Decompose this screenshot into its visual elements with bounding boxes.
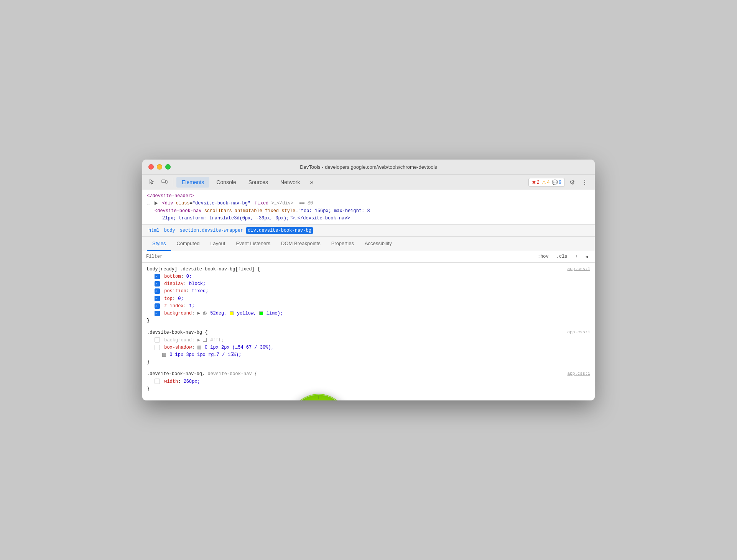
tab-console[interactable]: Console [211, 177, 241, 188]
css-rule-1-selector: body[ready] .devsite-book-nav-bg[fixed] … [147, 266, 590, 273]
breadcrumb-body[interactable]: body [163, 227, 177, 234]
svg-rect-1 [166, 181, 167, 183]
tab-layout[interactable]: Layout [205, 237, 230, 251]
css-prop-position: position: fixed; [155, 288, 590, 295]
css-rule-3-file[interactable]: app.css:1 [568, 371, 590, 377]
hov-button[interactable]: :hov [535, 253, 551, 260]
tab-event-listeners[interactable]: Event Listeners [230, 237, 276, 251]
dom-scrollbars-attr: scrollbars animatable fixed [204, 208, 282, 214]
css-scroll-container: app.css:1 body[ready] .devsite-book-nav-… [142, 263, 595, 400]
minimize-button[interactable] [157, 164, 162, 170]
filter-input[interactable] [146, 254, 532, 259]
css-rule-2-props: background: ▶ #fff; box-shadow: 0 1px 2p… [155, 337, 590, 359]
css-check-position[interactable] [155, 288, 160, 294]
info-icon: 💬 [552, 180, 558, 185]
css-prop-box-shadow: box-shadow: 0 1px 2px (…54 67 / 30%), [155, 344, 590, 351]
dom-line-2[interactable]: … <div class="devsite-book-nav-bg" fixed… [147, 200, 590, 207]
more-tabs-button[interactable]: » [307, 177, 316, 187]
dom-style-val: "top: 156px; max-height: 8 [298, 208, 370, 214]
cls-button[interactable]: .cls [554, 253, 570, 260]
dom-devsite-nav-tag: <devsite-book-nav [155, 208, 204, 214]
dom-dots: … [147, 201, 150, 206]
css-rule-2-close: } [147, 359, 590, 366]
css-check-box-shadow[interactable] [155, 345, 160, 350]
dom-line-1: </devsite-header> [147, 193, 590, 200]
css-rule-1: app.css:1 body[ready] .devsite-book-nav-… [147, 266, 590, 325]
window-title: DevTools - developers.google.com/web/too… [300, 164, 437, 170]
error-icon: ✖ [532, 180, 536, 185]
dom-line-4: 21px; transform: translate3d(0px, -39px,… [147, 215, 590, 222]
pointer-tool-button[interactable] [147, 177, 158, 188]
title-bar: DevTools - developers.google.com/web/too… [142, 160, 595, 175]
css-check-display[interactable] [155, 281, 160, 287]
breadcrumb-html[interactable]: html [147, 227, 161, 234]
tab-accessibility[interactable]: Accessibility [359, 237, 397, 251]
add-rule-button[interactable]: + [572, 253, 581, 260]
filter-actions: :hov .cls + ◀ [535, 253, 591, 261]
more-options-button[interactable]: ⋮ [579, 177, 590, 188]
fff-swatch [203, 338, 207, 342]
settings-button[interactable]: ⚙ [567, 177, 577, 188]
breadcrumb-section[interactable]: section.devsite-wrapper [178, 227, 245, 234]
css-check-top[interactable] [155, 296, 160, 301]
css-rule-2-file[interactable]: app.css:1 [568, 329, 590, 336]
prop-val-width: 268px; [184, 379, 200, 384]
device-icon [161, 179, 168, 185]
warn-icon: ⚠ [542, 180, 546, 185]
breadcrumb-div-active[interactable]: div.devsite-book-nav-bg [246, 227, 313, 234]
css-prop-bg-fff: background: ▶ #fff; [155, 337, 590, 344]
css-check-bg-fff[interactable] [155, 337, 160, 343]
lime-swatch [259, 311, 263, 315]
prop-val-box-shadow-2: 0 1px 3px 1px rg…7 / 15%); [169, 352, 241, 357]
css-rule-1-props: bottom: 0; display: block; position: fix… [155, 273, 590, 317]
css-rule-3-close: } [147, 385, 590, 393]
css-rule-3-selector: .devsite-book-nav-bg, devsite-book-nav { [147, 371, 590, 378]
selector-text-3c: { [255, 371, 257, 377]
gradient-expand-arrow[interactable]: ▶ [197, 311, 203, 316]
pointer-icon [149, 179, 155, 185]
css-check-zindex[interactable] [155, 303, 160, 309]
tab-network[interactable]: Network [275, 177, 305, 188]
css-check-width[interactable] [155, 379, 160, 384]
device-toggle-button[interactable] [159, 177, 170, 188]
svg-rect-0 [162, 180, 165, 183]
dom-div-tag: <div [162, 201, 176, 206]
toolbar-right: ✖ 2 ⚠ 4 💬 9 ⚙ ⋮ [528, 177, 590, 188]
selector-text-1: body[ready] .devsite-book-nav-bg[fixed] … [147, 267, 260, 272]
dom-line-3[interactable]: <devsite-book-nav scrollbars animatable … [147, 208, 590, 215]
dom-expand-arrow[interactable] [155, 201, 158, 205]
css-rule-2: app.css:1 .devsite-book-nav-bg { backgro… [147, 329, 590, 366]
css-check-bottom[interactable] [155, 274, 160, 279]
css-rule-1-file[interactable]: app.css:1 [568, 266, 590, 273]
tab-sources[interactable]: Sources [243, 177, 273, 188]
filter-bar: :hov .cls + ◀ [142, 251, 595, 263]
tab-properties[interactable]: Properties [326, 237, 359, 251]
info-count: 9 [559, 180, 561, 185]
gradient-icon [203, 311, 207, 315]
css-prop-box-shadow-cont: 0 1px 3px 1px rg…7 / 15%); [162, 351, 590, 359]
prop-val-display: block; [189, 281, 206, 287]
dom-style-cont: 21px; transform: translate3d(0px, -39px,… [162, 216, 350, 221]
prop-val-lime: lime); [267, 311, 283, 316]
toggle-sidebar-button[interactable]: ◀ [583, 253, 591, 261]
maximize-button[interactable] [165, 164, 171, 170]
tab-dom-breakpoints[interactable]: DOM Breakpoints [276, 237, 326, 251]
panel-tabs: Styles Computed Layout Event Listeners D… [142, 237, 595, 251]
prop-val-top: 0; [178, 296, 183, 301]
css-panel: :hov .cls + ◀ app.css:1 body[ready] .dev… [142, 251, 595, 400]
devtools-window: DevTools - developers.google.com/web/too… [142, 160, 595, 400]
tab-elements[interactable]: Elements [176, 177, 209, 188]
close-button[interactable] [148, 164, 154, 170]
selector-text-2: .devsite-book-nav-bg { [147, 330, 207, 335]
tab-computed[interactable]: Computed [171, 237, 205, 251]
css-rule-2-selector: .devsite-book-nav-bg { [147, 329, 590, 336]
toolbar-divider [173, 178, 173, 186]
tab-styles[interactable]: Styles [147, 237, 171, 251]
dom-fixed-attr: fixed [255, 201, 268, 206]
css-check-background[interactable] [155, 311, 160, 316]
dom-inspector: </devsite-header> … <div class="devsite-… [142, 190, 595, 225]
error-badge-group[interactable]: ✖ 2 ⚠ 4 💬 9 [528, 178, 565, 187]
css-rule-3-props: width: 268px; [155, 378, 590, 385]
prop-name-zindex: z-index [164, 303, 183, 309]
prop-val-bg-fff: #fff; [210, 338, 224, 343]
